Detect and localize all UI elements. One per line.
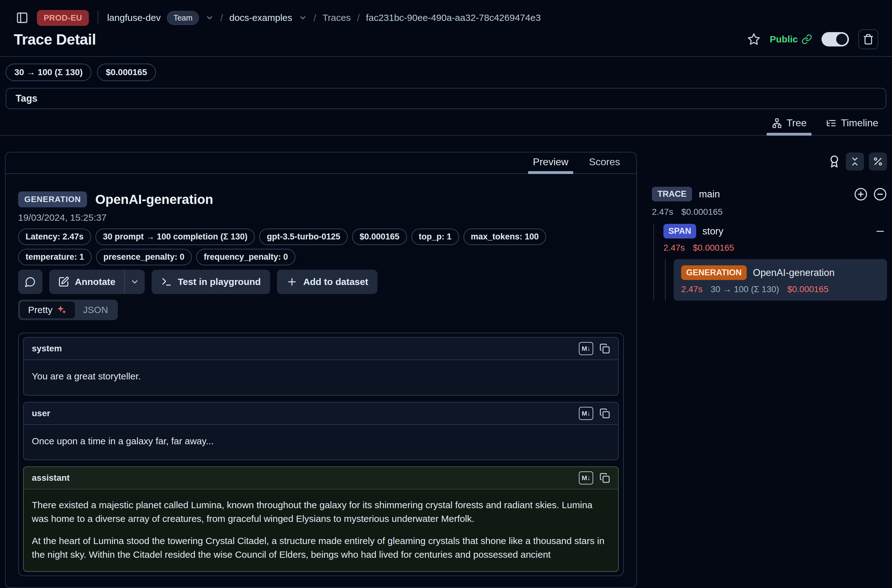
dataset-label: Add to dataset xyxy=(303,276,368,287)
panel-left-icon xyxy=(16,12,29,24)
minus-icon xyxy=(874,226,886,237)
trace-name: main xyxy=(699,189,720,200)
tree-icon xyxy=(772,118,782,129)
message-header: user M↓ xyxy=(24,402,618,425)
public-toggle[interactable] xyxy=(821,32,849,46)
model-badge[interactable]: gpt-3.5-turbo-0125 xyxy=(259,228,348,245)
breadcrumb-separator: / xyxy=(357,12,360,24)
add-to-dataset-button[interactable]: Add to dataset xyxy=(277,270,377,294)
span-name: story xyxy=(702,226,723,237)
copy-icon xyxy=(599,343,610,354)
copy-button[interactable] xyxy=(599,408,610,419)
header-actions: Public xyxy=(747,29,878,49)
bookmark-star-button[interactable] xyxy=(747,33,760,46)
public-link[interactable]: Public xyxy=(770,34,812,45)
breadcrumb-divider xyxy=(98,11,98,25)
markdown-toggle-icon[interactable]: M↓ xyxy=(579,407,593,420)
trace-cost: $0.000165 xyxy=(682,207,723,217)
generation-type-badge: GENERATION xyxy=(681,266,747,280)
message-role: system xyxy=(32,344,62,354)
annotate-dropdown-button[interactable] xyxy=(125,270,145,294)
message-header-icons: M↓ xyxy=(579,342,610,355)
message-header-icons: M↓ xyxy=(579,407,610,420)
tree-node-span[interactable]: SPAN story xyxy=(654,224,887,238)
zoom-in-button[interactable] xyxy=(854,188,868,201)
tab-timeline[interactable]: Timeline xyxy=(818,115,886,135)
generation-name: OpenAI-generation xyxy=(753,267,835,278)
chevron-down-icon xyxy=(130,277,140,286)
format-json-option[interactable]: JSON xyxy=(75,302,116,318)
collapse-all-button[interactable] xyxy=(846,153,864,171)
observation-timestamp: 19/03/2024, 15:25:37 xyxy=(18,212,624,223)
annotate-pen-icon xyxy=(58,276,69,288)
org-type-badge[interactable]: Team xyxy=(167,11,199,25)
tags-section[interactable]: Tags xyxy=(6,88,886,109)
span-metrics: 2.47s $0.000165 xyxy=(654,243,887,253)
copy-button[interactable] xyxy=(599,343,610,354)
message-role: user xyxy=(32,408,50,418)
markdown-toggle-icon[interactable]: M↓ xyxy=(579,342,593,355)
panel-tabs: Preview Scores xyxy=(6,153,636,174)
span-children: GENERATION OpenAI-generation 2.47s 30 → … xyxy=(665,259,887,300)
annotate-split-button: Annotate xyxy=(49,270,145,294)
star-icon xyxy=(747,33,760,46)
tab-preview[interactable]: Preview xyxy=(525,153,577,173)
assistant-paragraph: There existed a majestic planet called L… xyxy=(32,498,610,525)
annotate-button[interactable]: Annotate xyxy=(49,270,124,294)
copy-button[interactable] xyxy=(599,472,610,483)
span-latency: 2.47s xyxy=(664,243,685,253)
breadcrumb-traces[interactable]: Traces xyxy=(323,12,351,23)
top-p-badge: top_p: 1 xyxy=(411,228,459,245)
temperature-badge: temperature: 1 xyxy=(18,249,92,266)
copy-icon xyxy=(599,408,610,419)
generation-tokens: 30 → 100 (Σ 130) xyxy=(711,284,779,294)
org-chevron-down-icon[interactable] xyxy=(205,14,214,22)
breadcrumb-separator: / xyxy=(220,12,223,24)
sidebar-toggle-button[interactable] xyxy=(14,9,30,26)
token-usage-badge: 30 → 100 (Σ 130) xyxy=(6,64,92,81)
comment-icon xyxy=(25,276,36,288)
toggle-knob xyxy=(836,34,847,45)
pretty-label: Pretty xyxy=(28,304,53,315)
observation-body: GENERATION OpenAI-generation 19/03/2024,… xyxy=(6,174,636,587)
span-type-badge: SPAN xyxy=(664,224,696,238)
tags-label: Tags xyxy=(16,93,38,104)
view-tabs: Tree Timeline xyxy=(0,115,892,136)
zoom-out-button[interactable] xyxy=(873,188,887,201)
format-pretty-option[interactable]: Pretty xyxy=(20,302,75,318)
tree-node-generation-selected[interactable]: GENERATION OpenAI-generation 2.47s 30 → … xyxy=(674,259,887,300)
observation-type-badge: GENERATION xyxy=(18,191,87,207)
test-in-playground-button[interactable]: Test in playground xyxy=(152,270,270,294)
comment-button[interactable] xyxy=(18,270,42,294)
project-chevron-down-icon[interactable] xyxy=(299,14,307,22)
markdown-toggle-icon[interactable]: M↓ xyxy=(579,471,593,484)
chevrons-down-up-icon xyxy=(850,156,860,167)
minus-circle-icon xyxy=(873,188,887,201)
message-content: Once upon a time in a galaxy far, far aw… xyxy=(24,425,618,460)
tab-tree[interactable]: Tree xyxy=(763,115,815,135)
trace-children: SPAN story 2.47s $0.000165 GENERATION xyxy=(653,224,887,300)
generation-header: GENERATION OpenAI-generation xyxy=(681,266,880,280)
breadcrumb-project[interactable]: docs-examples xyxy=(229,12,292,23)
breadcrumb: PROD-EU langfuse-dev Team / docs-example… xyxy=(0,9,892,26)
observation-meta-badges: Latency: 2.47s 30 prompt → 100 completio… xyxy=(18,228,624,266)
message-assistant: assistant M↓ There existed a majestic pl… xyxy=(23,466,619,572)
trace-tree-panel: TRACE main 2.47s $0.000165 SPAN xyxy=(652,152,887,300)
trace-metrics: 2.47s $0.000165 xyxy=(652,207,887,217)
message-content: There existed a majestic planet called L… xyxy=(24,489,618,571)
generation-latency: 2.47s xyxy=(681,284,703,294)
scores-award-button[interactable] xyxy=(828,155,841,168)
metrics-percent-button[interactable] xyxy=(869,153,887,171)
assistant-paragraph: At the heart of Lumina stood the towerin… xyxy=(32,534,610,561)
tab-scores[interactable]: Scores xyxy=(581,153,628,173)
percent-icon xyxy=(872,156,883,167)
breadcrumb-org[interactable]: langfuse-dev xyxy=(107,12,161,23)
delete-trace-button[interactable] xyxy=(858,29,878,49)
span-cost: $0.000165 xyxy=(693,243,734,253)
collapse-node-button[interactable] xyxy=(874,226,886,237)
format-toggle-row: Pretty JSON xyxy=(18,300,624,320)
trace-latency: 2.47s xyxy=(652,207,673,217)
tree-node-trace[interactable]: TRACE main xyxy=(652,187,887,201)
message-header: assistant M↓ xyxy=(24,467,618,489)
breadcrumb-separator: / xyxy=(314,12,316,24)
